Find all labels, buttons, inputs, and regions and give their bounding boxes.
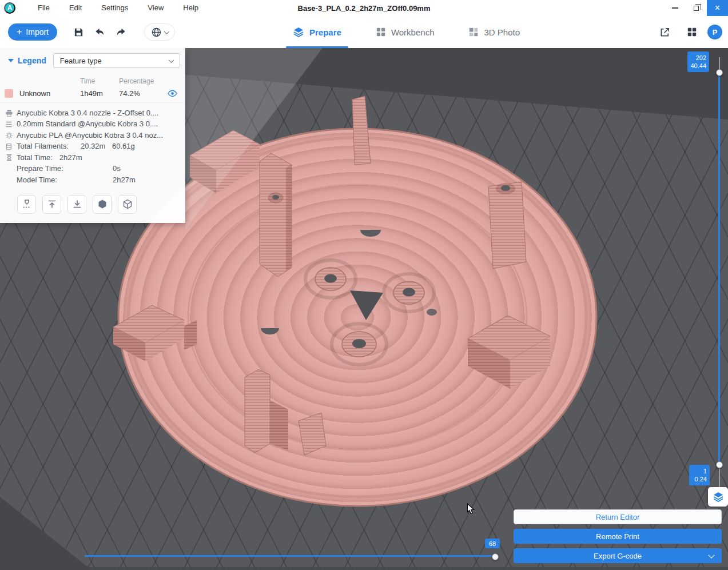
move-slider-track[interactable] [85, 555, 496, 557]
prepare-time-value: 0s [113, 164, 121, 174]
apps-grid-icon [687, 27, 697, 37]
jump-to-bottom-layer-button[interactable] [67, 195, 86, 214]
remote-print-button[interactable]: Remote Print [514, 529, 722, 544]
external-link-icon [659, 27, 670, 38]
menu-item-settings[interactable]: Settings [92, 0, 138, 16]
model-time-label: Model Time: [17, 176, 113, 185]
arrow-up-to-line-icon [47, 199, 57, 209]
model-time-value: 2h27m [113, 176, 136, 185]
total-time-row: Total Time: 2h27m [0, 152, 185, 164]
cube-outline-icon [122, 199, 133, 209]
import-button[interactable]: + Import [8, 23, 57, 41]
user-avatar[interactable]: P [707, 25, 722, 39]
menu-item-file[interactable]: File [28, 0, 59, 16]
bottom-layer-height: 0.24 [692, 475, 707, 483]
avatar-initial: P [713, 28, 718, 37]
window-title: Base-3_PLA_0.2_2h27m_ZOff0.09mm [298, 4, 431, 13]
redo-icon [116, 27, 126, 38]
wireframe-view-button[interactable] [118, 195, 137, 214]
open-external-button[interactable] [656, 23, 673, 41]
apps-grid-button[interactable] [683, 23, 701, 41]
chevron-down-icon [164, 29, 169, 34]
menu-bar: File Edit Settings View Help [28, 0, 208, 16]
app-logo[interactable]: A [4, 2, 15, 14]
move-slider-badge: 68 [485, 539, 500, 548]
printer-info-row: Anycubic Kobra 3 0.4 nozzle - Z-Offset 0… [0, 107, 185, 119]
mouse-cursor [467, 503, 475, 515]
window-controls: × [665, 0, 728, 16]
toolbar: + Import Prepare Workbench [0, 16, 728, 48]
feature-label: Unknown [19, 89, 80, 98]
nozzle-path-icon [22, 199, 32, 209]
travel-path-button[interactable] [17, 195, 36, 214]
visibility-toggle-button[interactable] [168, 90, 177, 97]
bottom-layer-number: 1 [692, 467, 707, 475]
workbench-icon [376, 27, 386, 37]
profile-info-text: 0.20mm Standard @Anycubic Kobra 3 0.... [17, 119, 158, 129]
filament-info-text: Anycubic PLA @Anycubic Kobra 3 0.4 noz..… [17, 131, 163, 141]
column-percentage: Percentage [119, 77, 154, 85]
legend-collapse-toggle[interactable]: Legend [8, 56, 46, 65]
feature-type-value: Feature type [60, 57, 102, 65]
tab-3d-photo-label: 3D Photo [484, 27, 520, 37]
legend-feature-row: Unknown 1h49m 74.2% [0, 87, 185, 103]
layer-height-icon [5, 121, 13, 128]
feature-percentage: 74.2% [119, 89, 168, 98]
layer-slider-top-handle[interactable] [716, 69, 723, 76]
top-layer-number: 202 [690, 54, 706, 62]
minimize-button[interactable] [665, 0, 686, 16]
globe-icon [151, 27, 162, 38]
legend-swatch [5, 89, 13, 98]
total-filaments-weight: 60.61g [112, 142, 135, 152]
prepare-time-row: Prepare Time: 0s [0, 164, 185, 175]
filament-info-row: Anycubic PLA @Anycubic Kobra 3 0.4 noz..… [0, 130, 185, 141]
legend-toolbar [0, 187, 185, 216]
print-summary: Anycubic Kobra 3 0.4 nozzle - Z-Offset 0… [0, 103, 185, 187]
view-orientation-dropdown[interactable] [144, 23, 175, 41]
menu-item-view[interactable]: View [138, 0, 173, 16]
profile-info-row: 0.20mm Standard @Anycubic Kobra 3 0.... [0, 119, 185, 130]
legend-panel: Legend Feature type Time Percentage Unkn… [0, 48, 185, 223]
top-layer-height: 40.44 [690, 62, 706, 70]
solid-view-button[interactable] [93, 195, 112, 214]
jump-to-top-layer-button[interactable] [42, 195, 61, 214]
cube-solid-icon [97, 199, 108, 209]
total-filaments-row: Total Filaments: 20.32m 60.61g [0, 141, 185, 153]
undo-button[interactable] [91, 23, 108, 41]
total-time-value: 2h27m [59, 153, 82, 163]
chevron-down-icon [708, 552, 714, 558]
legend-title: Legend [18, 56, 46, 65]
titlebar: A File Edit Settings View Help Base-3_PL… [0, 0, 728, 16]
app-window: A File Edit Settings View Help Base-3_PL… [0, 0, 728, 570]
printer-info-text: Anycubic Kobra 3 0.4 nozzle - Z-Offset 0… [17, 109, 158, 118]
move-slider-value: 68 [489, 540, 496, 547]
layer-view-button[interactable] [708, 487, 728, 507]
layer-slider-bottom-badge: 1 0.24 [689, 465, 710, 485]
chevron-down-icon [169, 57, 174, 63]
redo-button[interactable] [112, 23, 129, 41]
photo-grid-icon [468, 27, 479, 37]
tab-workbench[interactable]: Workbench [376, 16, 435, 48]
undo-icon [94, 27, 105, 38]
save-button[interactable] [70, 23, 87, 41]
menu-item-edit[interactable]: Edit [59, 0, 92, 16]
restore-button[interactable] [686, 0, 707, 16]
feature-type-select[interactable]: Feature type [53, 53, 180, 68]
tab-3d-photo[interactable]: 3D Photo [468, 16, 520, 48]
triangle-down-icon [8, 59, 14, 62]
total-filaments-length: 20.32m [81, 142, 112, 152]
move-slider-handle[interactable] [492, 553, 499, 560]
close-button[interactable]: × [707, 0, 728, 16]
tab-prepare[interactable]: Prepare [293, 16, 341, 48]
layers-icon [713, 491, 724, 503]
return-editor-button[interactable]: Return Editor [514, 509, 722, 524]
menu-item-help[interactable]: Help [173, 0, 208, 16]
mode-tabs: Prepare Workbench 3D Photo [293, 16, 520, 48]
export-gcode-button[interactable]: Export G-code [514, 548, 722, 563]
filament-spool-icon [5, 143, 13, 150]
prepare-layers-icon [293, 26, 304, 38]
arrow-down-to-line-icon [72, 199, 82, 209]
layer-slider-top-badge: 202 40.44 [687, 51, 709, 72]
layer-slider-bottom-handle[interactable] [716, 461, 723, 468]
restore-icon [694, 6, 699, 11]
